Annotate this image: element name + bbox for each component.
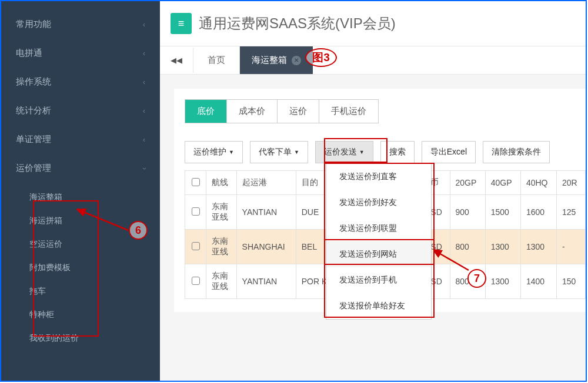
- hamburger-icon: ≡: [178, 18, 185, 30]
- sidebar-item-common[interactable]: 常用功能‹: [1, 10, 160, 39]
- submenu-special[interactable]: 特种柜: [1, 303, 160, 327]
- submenu-trailer[interactable]: 拖车: [1, 280, 160, 303]
- price-tab-freight[interactable]: 运价: [278, 100, 319, 123]
- chevron-left-icon: ‹: [143, 107, 145, 115]
- submenu-surcharge[interactable]: 附加费模板: [1, 256, 160, 280]
- cell-route: 东南亚线: [206, 195, 237, 230]
- send-rate-dropdown: 发送运价到直客 发送运价到好友 发送运价到联盟 发送运价到网站 发送运价到手机 …: [326, 163, 432, 320]
- page-title: 通用运费网SAAS系统(VIP会员): [199, 14, 396, 33]
- col-40gp[interactable]: 40GP: [485, 171, 520, 195]
- chevron-left-icon: ‹: [143, 21, 145, 29]
- annotation-arrow-6: [76, 207, 129, 236]
- sidebar-item-label: 电拼通: [16, 48, 42, 59]
- dropdown-item-website[interactable]: 发送运价到网站: [326, 241, 431, 267]
- price-tab-mobile[interactable]: 手机运价: [319, 100, 378, 123]
- caret-down-icon: ▼: [359, 149, 365, 155]
- chevron-down-icon: ‹: [140, 167, 148, 170]
- tab-home[interactable]: 首页: [193, 46, 240, 74]
- cell-port: YANTIAN: [236, 195, 296, 230]
- cell-route: 东南亚线: [206, 230, 237, 264]
- cell-40hq: 1300: [520, 230, 556, 264]
- dropdown-item-quote[interactable]: 发送报价单给好友: [326, 293, 431, 319]
- annotation-label-6: 6: [129, 221, 148, 240]
- cell-port: SHANGHAI: [236, 230, 296, 264]
- sidebar-item-label: 常用功能: [16, 19, 51, 30]
- sidebar-item-label: 统计分析: [16, 105, 51, 116]
- cell-40gp: 1500: [485, 195, 520, 230]
- cell-40gp: 1300: [485, 230, 520, 264]
- chevron-left-icon: ‹: [143, 49, 145, 58]
- annotation-arrow-7: [433, 249, 475, 276]
- sidebar-item-docs[interactable]: 单证管理‹: [1, 125, 160, 154]
- menu-toggle-button[interactable]: ≡: [171, 13, 192, 34]
- checkbox-icon: [192, 207, 200, 216]
- btn-label: 代客下单: [259, 147, 292, 157]
- submenu-fcl[interactable]: 海运整箱: [1, 186, 160, 209]
- sidebar: 常用功能‹ 电拼通‹ 操作系统‹ 统计分析‹ 单证管理‹ 运价管理‹ 海运整箱 …: [1, 1, 160, 381]
- cell-40hq: 1400: [520, 264, 556, 299]
- price-tab-base[interactable]: 底价: [185, 100, 227, 123]
- col-20gp[interactable]: 20GP: [450, 171, 485, 195]
- dropdown-item-mobile[interactable]: 发送运价到手机: [326, 267, 431, 293]
- toolbar: 运价维护▼ 代客下单▼ 运价发送▼ 搜索 导出Excel 清除搜索条件: [185, 141, 586, 163]
- chevron-left-icon: ‹: [143, 136, 145, 144]
- dropdown-item-alliance[interactable]: 发送运价到联盟: [326, 216, 431, 241]
- sidebar-item-label: 运价管理: [16, 163, 51, 174]
- col-route[interactable]: 航线: [206, 171, 237, 195]
- cell-port: YANTIAN: [236, 264, 296, 299]
- dropdown-item-friend[interactable]: 发送运价到好友: [326, 190, 431, 216]
- annotation-fig3: 图3: [305, 48, 337, 67]
- tab-label: 海运整箱: [252, 55, 287, 66]
- cell-20r: 150: [556, 264, 585, 299]
- sidebar-item-stats[interactable]: 统计分析‹: [1, 96, 160, 125]
- price-tabs: 底价 成本价 运价 手机运价: [185, 99, 379, 123]
- col-port[interactable]: 起运港: [236, 171, 296, 195]
- row-checkbox[interactable]: [185, 264, 206, 299]
- sidebar-item-dianpin[interactable]: 电拼通‹: [1, 39, 160, 68]
- double-chevron-left-icon: ◀◀: [171, 56, 182, 65]
- col-20r[interactable]: 20R: [556, 171, 585, 195]
- sidebar-item-ops[interactable]: 操作系统‹: [1, 68, 160, 96]
- chevron-left-icon: ‹: [143, 78, 145, 86]
- maintain-button[interactable]: 运价维护▼: [185, 141, 243, 163]
- cell-20gp: 900: [450, 195, 485, 230]
- checkbox-icon: [192, 242, 200, 250]
- sidebar-item-freight[interactable]: 运价管理‹: [1, 154, 160, 183]
- tabs-bar: ◀◀ 首页 海运整箱 ✕: [160, 46, 586, 75]
- caret-down-icon: ▼: [229, 149, 234, 155]
- checkbox-col[interactable]: [185, 171, 206, 195]
- header: ≡ 通用运费网SAAS系统(VIP会员): [160, 1, 586, 46]
- clear-search-button[interactable]: 清除搜索条件: [483, 141, 550, 163]
- send-rate-button[interactable]: 运价发送▼: [315, 141, 373, 163]
- svg-line-1: [438, 253, 469, 270]
- export-excel-button[interactable]: 导出Excel: [422, 141, 476, 163]
- close-icon[interactable]: ✕: [292, 56, 301, 65]
- cell-20r: -: [556, 230, 585, 264]
- btn-label: 运价发送: [324, 147, 357, 157]
- caret-down-icon: ▼: [294, 149, 299, 155]
- cell-40hq: 1600: [520, 195, 556, 230]
- cell-40gp: 1300: [485, 264, 520, 299]
- btn-label: 运价维护: [193, 147, 226, 157]
- col-40hq[interactable]: 40HQ: [520, 171, 556, 195]
- proxy-order-button[interactable]: 代客下单▼: [250, 141, 308, 163]
- sidebar-item-label: 单证管理: [16, 134, 51, 145]
- checkbox-icon: [192, 178, 200, 186]
- submenu-received[interactable]: 我收到的运价: [1, 327, 160, 350]
- checkbox-icon: [192, 277, 200, 285]
- search-button[interactable]: 搜索: [380, 141, 415, 163]
- price-tab-cost[interactable]: 成本价: [227, 100, 278, 123]
- tabs-back-button[interactable]: ◀◀: [160, 48, 193, 73]
- cell-20r: 125: [556, 195, 585, 230]
- row-checkbox[interactable]: [185, 230, 206, 264]
- sidebar-item-label: 操作系统: [16, 76, 51, 88]
- svg-line-0: [82, 211, 128, 230]
- tab-active[interactable]: 海运整箱 ✕: [240, 46, 313, 74]
- row-checkbox[interactable]: [185, 195, 206, 230]
- dropdown-item-direct[interactable]: 发送运价到直客: [326, 164, 431, 190]
- cell-route: 东南亚线: [206, 264, 237, 299]
